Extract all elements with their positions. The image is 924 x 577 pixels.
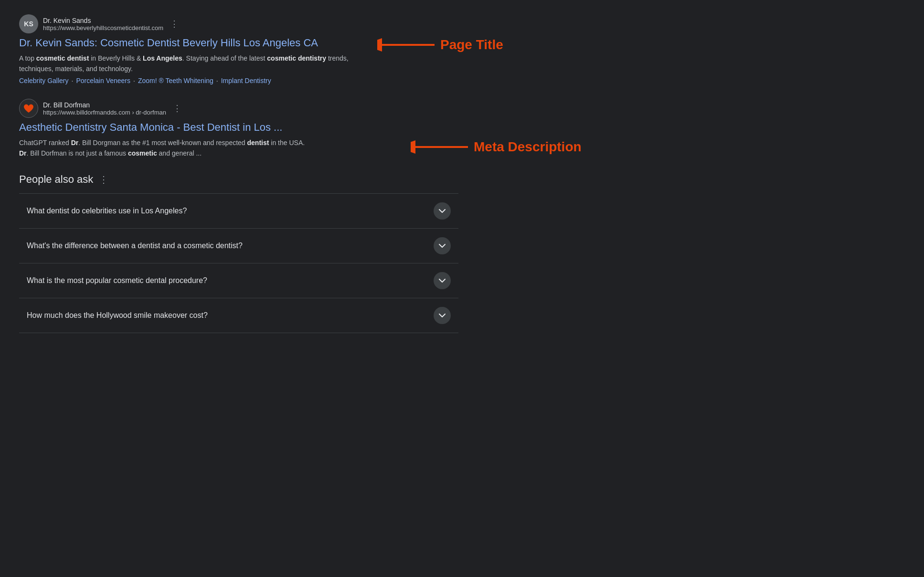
site-url-1: https://www.beverlyhillscosmeticdentist.…	[43, 24, 163, 31]
site-text-1: Dr. Kevin Sands https://www.beverlyhills…	[43, 17, 163, 31]
sitelinks-1: Celebrity Gallery · Porcelain Veneers · …	[19, 77, 458, 84]
site-text-2: Dr. Bill Dorfman https://www.billdorfman…	[43, 101, 166, 116]
paa-list: What dentist do celebrities use in Los A…	[19, 193, 458, 333]
people-also-ask-section: People also ask ⋮ What dentist do celebr…	[19, 173, 458, 333]
result-description-2: ChatGPT ranked Dr. Bill Dorgman as the #…	[19, 137, 305, 159]
sitelink-implant-dentistry[interactable]: Implant Dentistry	[221, 77, 271, 84]
search-result-2: Dr. Bill Dorfman https://www.billdorfman…	[19, 99, 458, 158]
more-options-icon-2[interactable]: ⋮	[173, 103, 181, 114]
avatar-bd	[19, 99, 38, 118]
site-info-1: KS Dr. Kevin Sands https://www.beverlyhi…	[19, 14, 458, 33]
paa-item-3[interactable]: How much does the Hollywood smile makeov…	[19, 298, 458, 333]
paa-chevron-2	[434, 272, 451, 289]
chevron-down-icon-1	[439, 244, 446, 248]
paa-question-0: What dentist do celebrities use in Los A…	[27, 207, 187, 215]
paa-chevron-1	[434, 237, 451, 254]
chevron-down-icon-2	[439, 279, 446, 283]
more-options-icon-1[interactable]: ⋮	[170, 19, 179, 29]
paa-question-3: How much does the Hollywood smile makeov…	[27, 311, 208, 320]
sitelink-zoom-teeth-whitening[interactable]: Zoom! ® Teeth Whitening	[138, 77, 213, 84]
page-title-label: Page Title	[440, 37, 503, 52]
site-name-2: Dr. Bill Dorfman	[43, 101, 166, 109]
paa-chevron-0	[434, 202, 451, 220]
paa-question-1: What's the difference between a dentist …	[27, 241, 243, 250]
page-title-annotation: Page Title	[377, 36, 503, 53]
site-url-2: https://www.billdorfmandds.com › dr-dorf…	[43, 109, 166, 116]
chevron-down-icon-0	[439, 209, 446, 213]
paa-header: People also ask ⋮	[19, 173, 458, 186]
paa-title: People also ask	[19, 173, 93, 186]
search-result-1: KS Dr. Kevin Sands https://www.beverlyhi…	[19, 14, 458, 84]
paa-item-1[interactable]: What's the difference between a dentist …	[19, 229, 458, 263]
site-info-2: Dr. Bill Dorfman https://www.billdorfman…	[19, 99, 458, 118]
page-title-arrow-icon	[377, 36, 435, 53]
result-title-1[interactable]: Dr. Kevin Sands: Cosmetic Dentist Beverl…	[19, 36, 318, 50]
result-title-2[interactable]: Aesthetic Dentistry Santa Monica - Best …	[19, 121, 282, 133]
paa-more-options-icon[interactable]: ⋮	[99, 174, 108, 185]
paa-chevron-3	[434, 307, 451, 324]
result-description-1: A top cosmetic dentist in Beverly Hills …	[19, 53, 353, 74]
paa-item-0[interactable]: What dentist do celebrities use in Los A…	[19, 194, 458, 229]
sitelink-porcelain-veneers[interactable]: Porcelain Veneers	[76, 77, 130, 84]
site-name-1: Dr. Kevin Sands	[43, 17, 163, 24]
meta-description-label: Meta Description	[474, 139, 582, 155]
paa-item-2[interactable]: What is the most popular cosmetic dental…	[19, 263, 458, 298]
meta-description-annotation: Meta Description	[411, 138, 582, 156]
heart-icon	[23, 104, 34, 113]
paa-question-2: What is the most popular cosmetic dental…	[27, 276, 207, 285]
sitelink-celebrity-gallery[interactable]: Celebrity Gallery	[19, 77, 68, 84]
chevron-down-icon-3	[439, 314, 446, 317]
meta-description-arrow-icon	[411, 138, 468, 156]
search-results-page: KS Dr. Kevin Sands https://www.beverlyhi…	[0, 0, 478, 347]
avatar-ks: KS	[19, 14, 38, 33]
